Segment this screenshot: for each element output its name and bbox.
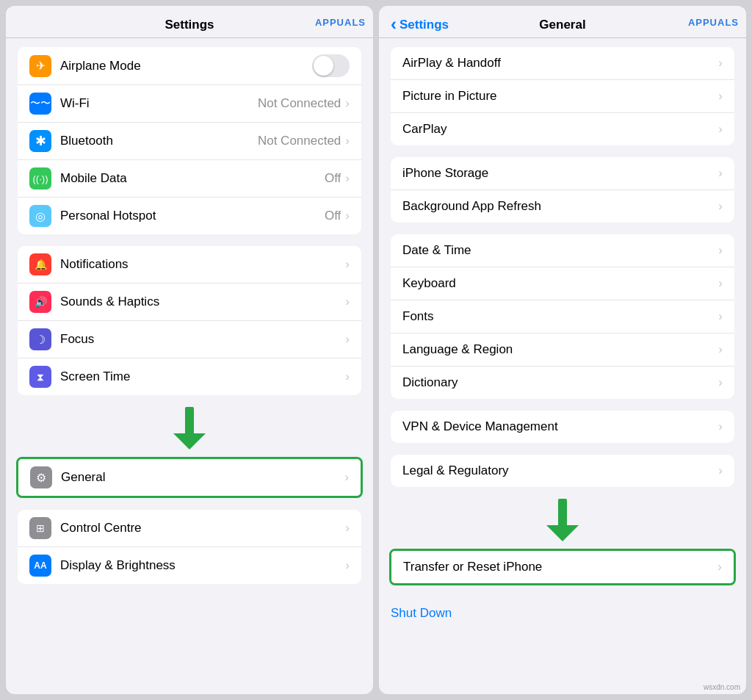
pip-label: Picture in Picture — [402, 89, 718, 104]
wifi-icon: 〜〜 — [29, 93, 51, 115]
bg-app-refresh-label: Background App Refresh — [402, 199, 718, 214]
airplane-toggle[interactable] — [312, 54, 350, 77]
screen-time-label: Screen Time — [60, 369, 345, 384]
dictionary-row[interactable]: Dictionary › — [391, 367, 734, 399]
general-highlighted-container: ⚙ General › — [16, 457, 363, 498]
dictionary-chevron: › — [718, 375, 723, 390]
shutdown-container: Shut Down — [379, 597, 746, 629]
back-button[interactable]: Settings — [391, 17, 449, 33]
legal-label: Legal & Regulatory — [402, 463, 718, 478]
legal-chevron: › — [718, 463, 723, 478]
iphone-storage-label: iPhone Storage — [402, 166, 718, 181]
carplay-label: CarPlay — [402, 122, 718, 137]
date-time-chevron: › — [718, 243, 723, 258]
svg-marker-1 — [173, 433, 206, 450]
left-nav-bar: Settings APPUALS — [6, 6, 373, 38]
display-brightness-row[interactable]: AA Display & Brightness › — [18, 547, 361, 584]
vpn-row[interactable]: VPN & Device Management › — [391, 411, 734, 443]
arrow-down-svg — [173, 407, 206, 451]
bluetooth-row[interactable]: ✱ Bluetooth Not Connected › — [18, 123, 361, 160]
language-region-chevron: › — [718, 342, 723, 357]
transfer-reset-row[interactable]: Transfer or Reset iPhone › — [391, 551, 734, 583]
left-phone-screen: Settings APPUALS ✈ Airplane Mode 〜〜 Wi-F… — [6, 6, 373, 694]
wifi-row[interactable]: 〜〜 Wi-Fi Not Connected › — [18, 85, 361, 123]
screen-time-row[interactable]: ⧗ Screen Time › — [18, 358, 361, 395]
picture-in-picture-row[interactable]: Picture in Picture › — [391, 80, 734, 113]
sounds-haptics-row[interactable]: 🔊 Sounds & Haptics › — [18, 284, 361, 321]
fonts-label: Fonts — [402, 309, 718, 324]
focus-chevron: › — [345, 332, 350, 347]
wifi-value: Not Connected — [258, 96, 341, 111]
language-region-row[interactable]: Language & Region › — [391, 333, 734, 367]
mobile-data-label: Mobile Data — [60, 171, 325, 186]
sounds-chevron: › — [345, 295, 350, 309]
left-title: Settings — [164, 18, 214, 32]
vpn-label: VPN & Device Management — [402, 419, 718, 434]
general-chevron: › — [344, 470, 349, 485]
transfer-reset-label: Transfer or Reset iPhone — [403, 560, 717, 574]
sounds-label: Sounds & Haptics — [60, 295, 345, 309]
bluetooth-icon: ✱ — [29, 130, 51, 152]
green-arrow-right — [379, 499, 746, 543]
vpn-chevron: › — [718, 419, 723, 434]
fonts-row[interactable]: Fonts › — [391, 300, 734, 333]
top-general-section: AirPlay & Handoff › Picture in Picture ›… — [391, 47, 734, 145]
airplay-chevron: › — [718, 56, 723, 71]
airplay-handoff-row[interactable]: AirPlay & Handoff › — [391, 47, 734, 80]
wifi-chevron: › — [345, 96, 350, 111]
keyboard-chevron: › — [718, 276, 723, 291]
green-arrow-left — [6, 407, 373, 451]
mobile-data-row[interactable]: ((·)) Mobile Data Off › — [18, 160, 361, 198]
sounds-icon: 🔊 — [29, 291, 51, 313]
wifi-label: Wi-Fi — [60, 96, 258, 111]
apps-section: 🔔 Notifications › 🔊 Sounds & Haptics › ☽… — [18, 246, 361, 395]
shutdown-button[interactable]: Shut Down — [391, 606, 452, 621]
background-app-refresh-row[interactable]: Background App Refresh › — [391, 190, 734, 223]
dictionary-label: Dictionary — [402, 375, 718, 390]
control-centre-icon: ⊞ — [29, 517, 51, 539]
personal-hotspot-row[interactable]: ◎ Personal Hotspot Off › — [18, 198, 361, 234]
notifications-label: Notifications — [60, 257, 345, 272]
iphone-storage-chevron: › — [718, 166, 723, 181]
focus-row[interactable]: ☽ Focus › — [18, 321, 361, 358]
keyboard-row[interactable]: Keyboard › — [391, 267, 734, 300]
fonts-chevron: › — [718, 309, 723, 324]
carplay-row[interactable]: CarPlay › — [391, 113, 734, 145]
left-appuals-logo: APPUALS — [315, 16, 366, 27]
language-region-label: Language & Region — [402, 342, 718, 357]
display-icon: AA — [29, 555, 51, 577]
control-centre-label: Control Centre — [60, 521, 345, 535]
control-centre-row[interactable]: ⊞ Control Centre › — [18, 510, 361, 547]
legal-row[interactable]: Legal & Regulatory › — [391, 455, 734, 487]
notifications-row[interactable]: 🔔 Notifications › — [18, 246, 361, 284]
after-highlight-section: ⊞ Control Centre › AA Display & Brightne… — [18, 510, 361, 584]
iphone-storage-row[interactable]: iPhone Storage › — [391, 157, 734, 190]
general-icon: ⚙ — [30, 466, 52, 488]
back-label: Settings — [400, 18, 449, 32]
settings-general-section: Date & Time › Keyboard › Fonts › Languag… — [391, 234, 734, 399]
left-scroll: ✈ Airplane Mode 〜〜 Wi-Fi Not Connected ›… — [6, 38, 373, 694]
transfer-highlighted-container: Transfer or Reset iPhone › — [389, 549, 736, 585]
svg-marker-3 — [546, 525, 579, 541]
control-centre-chevron: › — [345, 521, 350, 535]
airplay-label: AirPlay & Handoff — [402, 56, 718, 71]
bluetooth-value: Not Connected — [258, 134, 341, 148]
hotspot-value: Off — [325, 209, 341, 223]
right-nav-bar: Settings General APPUALS — [379, 6, 746, 38]
hotspot-label: Personal Hotspot — [60, 209, 325, 223]
screen-time-icon: ⧗ — [29, 366, 51, 388]
arrow-down-right-svg — [546, 499, 579, 543]
airplane-label: Airplane Mode — [60, 59, 312, 73]
bluetooth-chevron: › — [345, 134, 350, 148]
mobile-data-value: Off — [325, 171, 341, 186]
mobile-data-icon: ((·)) — [29, 167, 51, 190]
date-time-row[interactable]: Date & Time › — [391, 234, 734, 267]
airplane-mode-row[interactable]: ✈ Airplane Mode — [18, 47, 361, 85]
general-label: General — [61, 470, 344, 485]
transfer-reset-chevron: › — [717, 560, 722, 574]
svg-rect-2 — [558, 499, 567, 527]
general-row[interactable]: ⚙ General › — [18, 459, 361, 496]
notifications-icon: 🔔 — [29, 253, 51, 275]
storage-general-section: iPhone Storage › Background App Refresh … — [391, 157, 734, 223]
focus-icon: ☽ — [29, 328, 51, 350]
